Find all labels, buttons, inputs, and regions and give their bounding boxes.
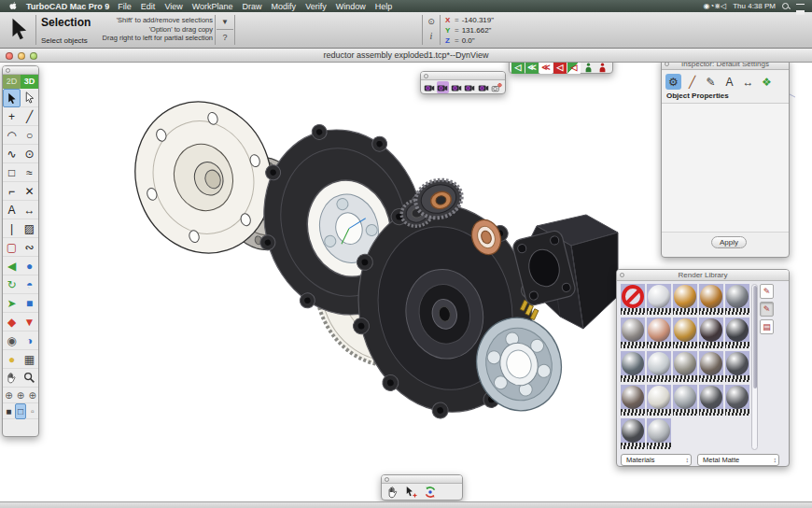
select-tool[interactable] [3, 89, 21, 107]
apple-menu-icon[interactable] [7, 1, 18, 11]
app-name[interactable]: TurboCAD Mac Pro 9 [26, 2, 109, 11]
facet-tool[interactable]: ◉ [3, 332, 21, 350]
camera-target-icon[interactable] [491, 81, 504, 93]
swatch-nickel[interactable] [673, 351, 697, 382]
line-tool[interactable]: ╱ [21, 107, 38, 126]
zoom-tool[interactable] [21, 369, 38, 388]
swatch-bronze-gray[interactable] [699, 351, 723, 382]
swatch-dark-bronze[interactable] [699, 318, 723, 348]
palette-close-button[interactable] [385, 477, 389, 482]
palette-header[interactable] [382, 475, 462, 484]
menu-edit[interactable]: Edit [141, 2, 156, 11]
render-scene-icon[interactable] [423, 81, 436, 93]
swatch-chrome[interactable] [647, 284, 671, 315]
menubar-clock[interactable]: Thu 4:38 PM [733, 2, 776, 10]
notification-center-icon[interactable] [796, 4, 805, 10]
view-top-tool[interactable]: ⊕ [26, 388, 38, 403]
menu-modify[interactable]: Modify [272, 2, 297, 11]
tab-3d[interactable]: 3D [21, 75, 38, 89]
rectangle-tool[interactable]: □ [3, 163, 21, 182]
spotlight-icon[interactable] [782, 3, 790, 10]
brush-style-icon[interactable]: ✎ [703, 74, 719, 90]
revolve-tool[interactable]: ↻ [3, 275, 21, 294]
single-line-tool[interactable]: | [3, 219, 21, 238]
menu-verify[interactable]: Verify [305, 2, 327, 11]
swatch-gray[interactable] [621, 318, 645, 348]
menu-file[interactable]: File [118, 2, 132, 11]
swatch-blue-steel[interactable] [621, 351, 645, 382]
select-open-tool[interactable] [21, 89, 38, 107]
coordinate-x-value[interactable]: -140.319" [462, 15, 494, 25]
material-new-button[interactable]: ✎ [760, 284, 774, 299]
swatch-aluminum[interactable] [673, 385, 697, 416]
menu-view[interactable]: View [164, 2, 182, 11]
material-sphere-tool[interactable]: ● [3, 350, 21, 369]
insert-block-tool[interactable]: ▢ [3, 238, 21, 257]
dimension-tool[interactable]: ↔ [21, 201, 38, 219]
palette-close-button[interactable] [424, 74, 428, 78]
slice-tool[interactable]: ◑ [21, 332, 38, 350]
swatch-graphite[interactable] [725, 318, 749, 348]
circle-tool[interactable]: ○ [21, 126, 38, 145]
palette-header[interactable] [421, 72, 505, 80]
invert-selection-filter-icon[interactable]: ◁ [567, 61, 581, 74]
swatch-gunmetal[interactable] [699, 385, 723, 416]
menu-help[interactable]: Help [375, 2, 393, 11]
render-camera-icon[interactable] [477, 81, 490, 93]
swatch-steel-dark[interactable] [725, 284, 749, 315]
dome-tool[interactable]: ◓ [21, 275, 38, 294]
swatch-brass[interactable] [673, 318, 697, 348]
orbit-icon[interactable] [422, 485, 438, 500]
hatch-tool[interactable]: ▨ [21, 219, 38, 238]
workplane-style-icon[interactable]: ❖ [759, 74, 775, 90]
zoom-cursor-icon[interactable] [403, 485, 419, 500]
deselect-all-filter-icon[interactable]: ◁ [553, 61, 567, 74]
wireframe-view-tool[interactable]: □ [15, 403, 27, 419]
select-by-person-icon[interactable] [581, 61, 595, 74]
menu-window[interactable]: Window [336, 2, 366, 11]
swatch-umber[interactable] [621, 385, 645, 416]
swatch-gold[interactable] [673, 284, 697, 315]
swatch-steel-light[interactable] [647, 418, 671, 449]
view-iso-tool[interactable]: ⊕ [3, 388, 15, 403]
document-title-bar[interactable]: reductor assembly exploded1.tcp*--DynVie… [0, 49, 812, 63]
deselect-by-person-icon[interactable] [595, 61, 609, 74]
bezier-tool[interactable]: ∾ [21, 238, 38, 257]
palette-header[interactable]: Render Library [617, 270, 789, 281]
pan-hand-icon[interactable] [385, 485, 400, 500]
curve-tool[interactable]: ∿ [3, 145, 21, 163]
swatch-platinum[interactable] [647, 385, 671, 416]
arc-tool[interactable]: ◠ [3, 126, 21, 145]
dimension-style-icon[interactable]: ↔ [740, 74, 756, 90]
apply-button[interactable]: Apply [711, 236, 747, 248]
coordinate-z-value[interactable]: 0.0" [462, 35, 475, 46]
select-all-filter-icon[interactable]: ◁ [511, 61, 525, 74]
extrude-tool[interactable]: ◀ [3, 257, 21, 275]
palette-close-button[interactable] [6, 68, 10, 73]
scrollbar-thumb[interactable] [753, 286, 758, 388]
view-front-tool[interactable]: ⊕ [15, 388, 27, 403]
select-multi-filter-icon[interactable]: ≪ [525, 61, 539, 74]
tool-expander-button[interactable]: ▼ [217, 14, 233, 30]
point-tool[interactable]: + [3, 107, 21, 126]
menu-draw[interactable]: Draw [243, 2, 262, 11]
menubar-volume-icon[interactable]: ◁ [721, 2, 726, 10]
coordinate-target-icon[interactable]: ⊙ [425, 14, 438, 29]
swatch-charcoal[interactable] [725, 385, 749, 416]
render-settings-tool[interactable]: ▦ [21, 350, 38, 369]
coordinate-y-value[interactable]: 131.662" [462, 25, 492, 35]
swatch-iron[interactable] [725, 351, 749, 382]
materials-dropdown[interactable]: Materials ↕ [621, 454, 692, 466]
material-style-dropdown[interactable]: Metal Matte ↕ [697, 454, 779, 466]
menu-workplane[interactable]: WorkPlane [192, 2, 233, 11]
box-tool[interactable]: ■ [21, 294, 38, 313]
coordinate-info-icon[interactable]: i [425, 29, 438, 44]
shaded-view-tool[interactable]: ■ [3, 403, 15, 419]
render-lights-icon[interactable] [450, 81, 463, 93]
pan-tool[interactable] [3, 369, 21, 388]
deselect-multi-filter-icon[interactable]: ≪ [539, 61, 553, 74]
palette-header[interactable] [3, 66, 38, 75]
cross-tool[interactable]: ✕ [21, 182, 38, 201]
freehand-tool[interactable]: ≈ [21, 163, 38, 182]
text-style-icon[interactable]: A [721, 74, 737, 90]
